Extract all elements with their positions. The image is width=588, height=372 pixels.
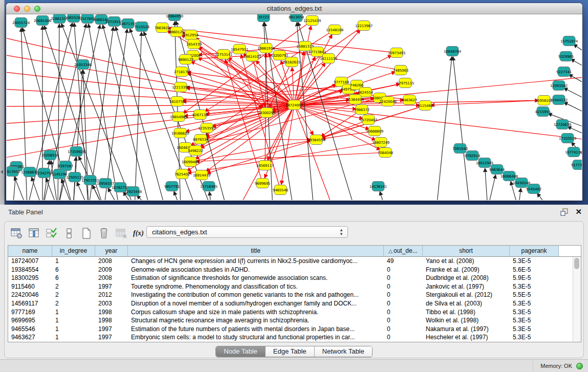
network-node[interactable]: 19861916 [257, 43, 275, 53]
network-node[interactable]: 20206536 [41, 150, 59, 160]
network-node[interactable]: 9699695 [255, 179, 270, 188]
table-row[interactable]: 2242004622012Investigating the contribut… [8, 291, 573, 299]
column-header-title[interactable]: title [128, 246, 384, 256]
network-node[interactable]: 12505135 [66, 172, 83, 182]
table-selector-dropdown[interactable]: citations_edges.txt ▲▼ [146, 226, 348, 238]
network-node[interactable]: 10973493 [388, 48, 405, 58]
network-node[interactable]: 19654985 [170, 112, 187, 122]
network-node[interactable]: 9857791 [164, 182, 180, 191]
network-node[interactable]: 12353593 [198, 123, 215, 133]
table-row[interactable]: 1456911722003Disruption of a novel membe… [8, 299, 573, 308]
table-row[interactable]: 969969511998Structural magnetic resonanc… [8, 316, 573, 325]
network-node[interactable]: 17103519 [559, 134, 576, 143]
network-node[interactable]: 9463627 [402, 95, 417, 105]
network-node[interactable]: 14136141 [369, 182, 387, 191]
network-node[interactable]: 24055724 [12, 18, 30, 28]
network-node[interactable]: 15958107 [535, 96, 553, 105]
network-node[interactable]: 12125439 [303, 16, 321, 26]
column-header-name[interactable]: name [8, 246, 52, 256]
network-canvas[interactable]: 2405572420691406228613151065528715276028… [7, 14, 582, 200]
table-settings-icon[interactable] [10, 227, 24, 240]
network-node[interactable]: 18807249 [372, 138, 389, 147]
network-node[interactable]: 5912954 [183, 30, 199, 40]
network-node[interactable]: 18547911 [231, 45, 248, 54]
network-view-window[interactable]: citations_edges.txt 24055724206914062286… [6, 3, 582, 201]
float-panel-icon[interactable] [560, 208, 569, 216]
network-node[interactable]: 14614103 [244, 52, 261, 61]
network-node[interactable]: 15716485 [200, 182, 217, 191]
tab-node-table[interactable]: Node Table [216, 346, 266, 357]
network-node[interactable]: 9245402 [526, 184, 541, 194]
network-node[interactable]: 9465546 [273, 185, 289, 195]
network-node[interactable]: 18724007 [286, 100, 303, 110]
network-node[interactable]: 8813054 [289, 14, 304, 22]
close-panel-icon[interactable]: ✕ [575, 207, 582, 216]
network-node[interactable]: 10688609 [366, 126, 383, 136]
column-header-in_degree[interactable]: in_degree [52, 246, 95, 256]
network-node[interactable]: 9115460 [418, 101, 433, 111]
network-node[interactable]: 16111115 [320, 54, 337, 63]
column-header-year[interactable]: year [95, 246, 128, 256]
network-node[interactable]: 20691406 [34, 16, 52, 26]
network-node[interactable]: 9860125 [169, 27, 184, 37]
network-node[interactable]: 5498222 [188, 146, 203, 156]
network-node[interactable]: 3913951 [7, 167, 20, 177]
network-node[interactable]: 17359928 [68, 147, 85, 157]
column-header-out_degree[interactable]: △out_de... [384, 246, 423, 256]
network-node[interactable]: 14569117 [256, 161, 274, 170]
network-node[interactable]: 12975115 [397, 78, 414, 88]
network-node[interactable]: 21053346 [74, 60, 92, 70]
network-node[interactable]: 8215955 [535, 107, 551, 117]
network-node[interactable]: 12444132 [550, 95, 568, 105]
network-node[interactable]: 1527602 [80, 14, 95, 24]
select-columns-icon[interactable] [27, 227, 41, 240]
cell-options-icon[interactable] [62, 227, 76, 240]
network-node[interactable]: 7986372 [354, 105, 369, 115]
table-scrollbar[interactable] [573, 257, 581, 342]
network-node[interactable]: 12720639 [554, 120, 571, 129]
network-node[interactable]: 16964950 [166, 14, 183, 21]
network-node[interactable]: 8878334 [193, 135, 209, 144]
network-node[interactable]: 16774116 [565, 147, 582, 157]
network-node[interactable]: 7663822 [155, 23, 170, 33]
function-builder-icon[interactable]: f(x) [132, 227, 145, 240]
network-node[interactable]: 7084048 [378, 148, 393, 158]
network-node[interactable]: 19166829 [171, 128, 189, 138]
table-scrollbar-thumb[interactable] [574, 258, 579, 269]
network-node[interactable]: 1145194 [52, 169, 68, 179]
column-header-pagerank[interactable]: pagerank [510, 246, 559, 256]
network-node[interactable]: 12213393 [172, 82, 189, 92]
network-node[interactable]: 9177354 [571, 160, 582, 170]
network-node[interactable]: 35723 [257, 14, 270, 22]
network-node[interactable]: 19384554 [308, 135, 325, 145]
select-all-rows-icon[interactable] [45, 227, 58, 240]
network-node[interactable]: 7625402 [175, 169, 190, 179]
window-titlebar[interactable]: citations_edges.txt [6, 3, 582, 14]
network-node[interactable]: 15720407 [360, 115, 377, 125]
tab-network-table[interactable]: Network Table [315, 346, 372, 357]
memory-ok-indicator[interactable] [576, 363, 583, 369]
network-node[interactable]: 12753141 [215, 50, 232, 59]
table-row[interactable]: 1872400712008Changes of HCN gene express… [8, 257, 573, 266]
network-node[interactable]: 9463644 [489, 165, 505, 174]
table-row[interactable]: 911546021997Tourette syndrome. Phenomeno… [8, 282, 573, 291]
side-panel-grip[interactable] [0, 0, 5, 205]
network-node[interactable]: 12342757 [35, 168, 53, 178]
network-node[interactable]: 12923448 [124, 187, 142, 196]
table-row[interactable]: 1938455462009Genome-wide association stu… [8, 266, 573, 274]
network-node[interactable]: 1654339 [186, 39, 202, 49]
tab-edge-table[interactable]: Edge Table [266, 346, 315, 357]
network-node[interactable]: 12093582 [550, 81, 568, 91]
network-node[interactable]: 8267130 [192, 110, 208, 120]
table-row[interactable]: 1830029562008Estimation of significance … [8, 274, 573, 282]
network-node[interactable]: 12213967 [355, 21, 373, 31]
column-header-short[interactable]: short [423, 246, 510, 256]
network-node[interactable]: 7091940 [452, 144, 468, 154]
network-node[interactable]: 7485063 [393, 65, 408, 75]
network-node[interactable]: 16914479 [193, 170, 210, 180]
network-node[interactable]: 9890123 [178, 55, 193, 64]
network-node[interactable]: 9227341 [556, 67, 572, 77]
table-row[interactable]: 946554611997Estimation of the future num… [8, 325, 573, 334]
delete-table-icon[interactable] [114, 227, 128, 240]
network-node[interactable]: 16162615 [283, 57, 300, 67]
